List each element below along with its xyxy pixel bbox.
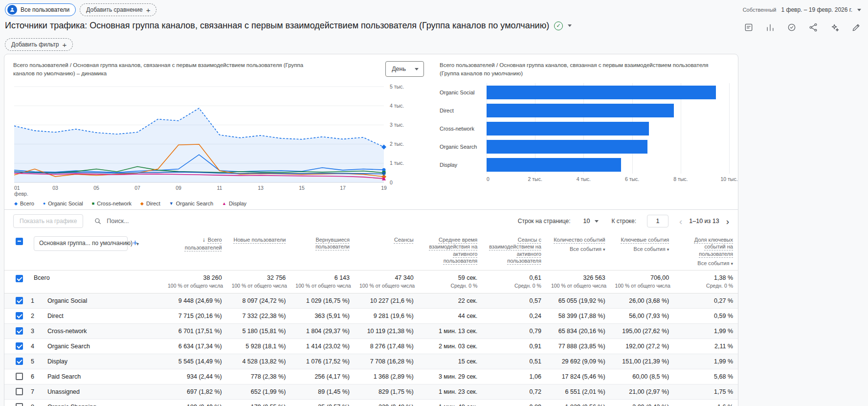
charts-section: Всего пользователей / Основная группа ка… — [4, 54, 738, 209]
row-checkbox[interactable] — [16, 297, 23, 304]
totals-checkbox[interactable] — [16, 275, 23, 282]
row-checkbox[interactable] — [16, 342, 23, 350]
metric-value: 15 сек. — [419, 354, 483, 369]
rows-per-page-select[interactable]: 10 — [581, 216, 601, 226]
totals-metric: 326 563100 % от общего числа — [546, 270, 610, 293]
totals-row: Всего 38 260100 % от общего числа32 7561… — [4, 270, 738, 293]
row-checkbox-cell — [4, 399, 29, 406]
bar-chart-icon[interactable] — [765, 23, 775, 32]
interval-select[interactable]: День — [385, 61, 424, 77]
insights-sparkle-icon[interactable] — [830, 23, 840, 32]
column-header[interactable]: Ключевые событияВсе события ▾ — [610, 232, 674, 270]
row-checkbox-cell — [4, 338, 29, 354]
row-index: 3 — [29, 323, 43, 338]
metric-value: 56,00 (7,93 %) — [610, 308, 674, 323]
share-icon[interactable] — [808, 23, 818, 32]
interval-select-value: День — [392, 66, 406, 72]
totals-metric: 6 143100 % от общего числа — [290, 270, 355, 293]
search-input[interactable] — [107, 218, 195, 225]
events-filter-dropdown[interactable]: Все события ▾ — [615, 246, 669, 253]
audience-chip[interactable]: Все пользователи — [5, 3, 76, 16]
legend-item[interactable]: ▲Display — [222, 201, 246, 206]
add-dimension-icon[interactable]: + — [133, 238, 138, 249]
channel-name: Organic Search — [43, 338, 163, 354]
row-checkbox[interactable] — [16, 327, 23, 335]
bar-axis-tick: 4 тыс. — [577, 176, 591, 182]
metric-value: 7 332 (22,38 %) — [227, 308, 291, 323]
title-chevron-down-icon[interactable] — [568, 24, 572, 27]
bar-row — [487, 101, 729, 119]
bar-row — [487, 119, 729, 137]
table-row: 4Organic Search6 634 (17,34 %)5 928 (18,… — [4, 338, 738, 354]
totals-label: Всего — [29, 270, 163, 293]
metric-value: 60,00 (8,5 %) — [610, 369, 674, 384]
row-checkbox[interactable] — [16, 373, 23, 380]
previous-page-icon[interactable]: ‹ — [679, 217, 682, 226]
table-search[interactable] — [94, 217, 206, 225]
bar[interactable] — [487, 86, 716, 99]
rows-per-page-value: 10 — [583, 218, 590, 225]
next-page-icon[interactable]: › — [726, 217, 729, 226]
bar[interactable] — [487, 158, 621, 172]
legend-item[interactable]: ◆Всего — [14, 201, 34, 206]
select-all-checkbox[interactable] — [16, 238, 23, 245]
bar[interactable] — [487, 122, 649, 135]
svg-text:5 тыс.: 5 тыс. — [390, 84, 404, 90]
metric-value: 17 824 (5,46 %) — [546, 369, 610, 384]
metric-value: 65 834 (20,16 %) — [546, 323, 610, 338]
legend-item[interactable]: ▼Organic Search — [169, 201, 213, 206]
metric-value: 4 528 (13,82 %) — [227, 354, 291, 369]
goto-row-label: К строке: — [611, 218, 636, 225]
edit-pencil-icon[interactable] — [851, 23, 861, 32]
legend-item[interactable]: ◆Direct — [140, 201, 160, 206]
metric-value: 363 (5,91 %) — [290, 308, 355, 323]
add-comparison-label: Добавить сравнение — [86, 6, 142, 13]
column-header[interactable]: Новые пользователи — [227, 232, 291, 270]
table-row: 8Organic Shopping189 (0,49 %)179 (0,55 %… — [4, 399, 738, 406]
totals-metric: 706,00100 % от общего числа — [610, 270, 674, 293]
svg-text:17: 17 — [340, 185, 346, 191]
row-checkbox[interactable] — [16, 388, 23, 395]
row-checkbox[interactable] — [16, 403, 23, 406]
totals-metric: 1,38 %Средн. 0 % — [674, 270, 738, 293]
metric-value: 256 (4,17 %) — [290, 369, 355, 384]
row-checkbox[interactable] — [16, 358, 23, 365]
chevron-down-icon — [857, 9, 861, 11]
column-header[interactable]: Сеансы с взаимодействием на активного по… — [482, 232, 546, 270]
bar[interactable] — [487, 140, 647, 154]
column-header[interactable]: Доля ключевых событий на пользователяВсе… — [674, 232, 738, 270]
bar[interactable] — [487, 104, 674, 117]
bar-row — [487, 137, 729, 156]
goto-row-input[interactable] — [647, 215, 668, 227]
metric-value: 5 928 (18,1 %) — [227, 338, 291, 354]
add-filter-chip[interactable]: Добавить фильтр + — [5, 38, 73, 51]
column-header[interactable]: ↓ Всего пользователей — [163, 232, 227, 270]
metric-value: 179 (0,55 %) — [227, 399, 291, 406]
totals-metric: 0,61Средн. 0 % — [482, 270, 546, 293]
legend-item[interactable]: ●Organic Social — [43, 201, 83, 206]
insights-circle-icon[interactable] — [787, 23, 797, 32]
chevron-down-icon — [595, 220, 599, 223]
svg-text:13: 13 — [258, 185, 264, 191]
column-header[interactable]: Среднее время взаимодействия на активног… — [419, 232, 483, 270]
totals-checkbox-cell — [4, 270, 29, 293]
note-icon[interactable] — [744, 23, 754, 32]
table-row: 3Cross-network6 701 (17,51 %)5 180 (15,8… — [4, 323, 738, 338]
date-range-picker[interactable]: Собственный 1 февр. – 19 февр. 2026 г. — [743, 6, 861, 13]
column-header[interactable]: Количество событийВсе события ▾ — [546, 232, 610, 270]
plot-rows-button[interactable]: Показать на графике — [13, 214, 83, 228]
column-header[interactable]: Вернувшиеся пользователи — [290, 232, 355, 270]
metric-value: 29 692 (9,09 %) — [546, 354, 610, 369]
row-checkbox-cell — [4, 323, 29, 338]
bar-axis-tick: 0 — [487, 176, 490, 182]
events-filter-dropdown[interactable]: Все события ▾ — [551, 246, 605, 253]
table-row: 1Organic Social9 448 (24,69 %)8 097 (24,… — [4, 293, 738, 308]
events-filter-dropdown[interactable]: Все события ▾ — [679, 260, 733, 267]
row-checkbox[interactable] — [16, 312, 23, 319]
add-comparison-chip[interactable]: Добавить сравнение + — [80, 3, 156, 16]
metric-value: 1 804 (29,37 %) — [290, 323, 355, 338]
rows-per-page-label: Строк на странице: — [518, 218, 571, 225]
dimension-select[interactable]: Основная группа... по умолчанию) ▾ — [34, 236, 128, 251]
legend-item[interactable]: ■Cross-network — [92, 201, 132, 206]
column-header[interactable]: Сеансы — [355, 232, 419, 270]
